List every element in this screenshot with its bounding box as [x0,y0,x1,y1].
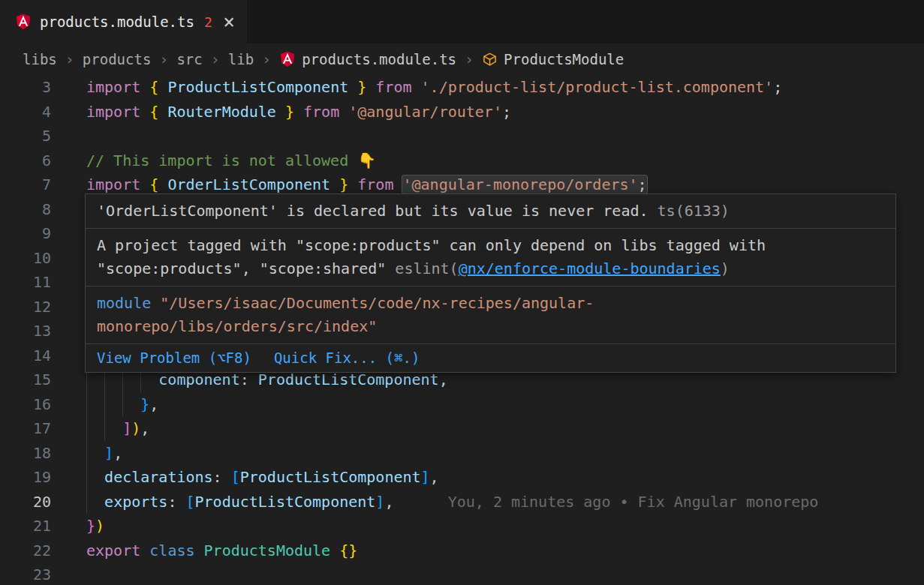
hover-actions-bar: View Problem (⌥F8) Quick Fix... (⌘.) [86,344,895,372]
code-text[interactable]: // This import is not allowed 👇 [86,148,924,173]
code-text[interactable]: ], [86,441,924,466]
breadcrumb-item-label: src [176,51,202,68]
line-number[interactable]: 13 [0,319,51,344]
line-number[interactable]: 16 [0,392,51,417]
breadcrumb: libs›products›src›lib›products.module.ts… [0,44,924,75]
code-text[interactable]: ]), [86,416,924,441]
indent-guide [86,465,87,490]
line-number[interactable]: 15 [0,368,51,392]
breadcrumb-item-src[interactable]: src [176,51,202,68]
line-number[interactable]: 20 [0,490,51,514]
module-path-line2-text: monorepo/libs/orders/src/index" [97,317,377,335]
breadcrumb-item-label: products.module.ts [302,51,456,68]
quick-fix-action[interactable]: Quick Fix... (⌘.) [274,346,420,370]
breadcrumb-separator: › [465,50,474,68]
line-number[interactable]: 18 [0,441,51,466]
breadcrumb-item-products-module-ts[interactable]: products.module.ts [279,51,456,68]
indent-guide [122,392,123,417]
code-line[interactable]: 19 declarations: [ProductListComponent], [0,465,924,490]
eslint-message-line2-text: "scope:products", "scope:shared" [97,260,395,278]
eslint-message-line2: "scope:products", "scope:shared" eslint(… [97,257,884,280]
line-number[interactable]: 17 [0,416,51,441]
hover-module-path: module "/Users/isaac/Documents/code/nx-r… [86,286,895,344]
indent-guide [104,416,105,441]
ts-error-code: ts(6133) [649,202,730,220]
eslint-source-open: eslint( [395,260,458,278]
code-line[interactable]: 5 [0,124,924,148]
line-number[interactable]: 22 [0,538,51,563]
code-text[interactable]: }) [86,514,924,538]
module-keyword: module [97,294,151,312]
line-number[interactable]: 6 [0,148,51,173]
code-text[interactable] [86,562,924,585]
line-number[interactable]: 23 [0,562,51,585]
diagnostic-hover-popup: 'OrderListComponent' is declared but its… [85,194,896,373]
indent-guide [104,392,105,417]
indent-guide [86,392,87,417]
breadcrumb-item-productsmodule[interactable]: ProductsModule [482,51,624,68]
line-number[interactable]: 19 [0,465,51,490]
line-number[interactable]: 4 [0,100,51,124]
code-text[interactable]: import { ProductListComponent } from './… [86,75,924,100]
code-text[interactable]: import { RouterModule } from '@angular/r… [86,100,924,124]
angular-icon [279,51,296,68]
vscode-window: products.module.ts 2 × libs›products›src… [0,0,924,585]
module-path-line1: module "/Users/isaac/Documents/code/nx-r… [97,292,884,315]
indent-guide [86,490,87,514]
code-editor: 3import { ProductListComponent } from '.… [0,75,924,585]
breadcrumb-separator: › [159,50,168,68]
breadcrumb-item-products[interactable]: products [83,51,152,68]
breadcrumb-separator: › [262,50,271,68]
line-number[interactable]: 3 [0,75,51,100]
line-number[interactable]: 21 [0,514,51,538]
close-tab-icon[interactable]: × [223,12,235,32]
breadcrumb-separator: › [65,50,74,68]
code-line[interactable]: 18 ], [0,441,924,466]
eslint-message-line1: A project tagged with "scope:products" c… [97,234,884,257]
ts-message-text: 'OrderListComponent' is declared but its… [97,202,649,220]
line-number[interactable]: 14 [0,344,51,368]
inline-blame: You, 2 minutes ago • Fix Angular monorep… [448,493,819,511]
code-text[interactable]: }, [86,392,924,417]
code-line[interactable]: 6// This import is not allowed 👇 [0,148,924,173]
code-line[interactable]: 21}) [0,514,924,538]
code-text[interactable] [86,124,924,148]
code-text[interactable]: declarations: [ProductListComponent], [86,465,924,490]
code-line[interactable]: 16 }, [0,392,924,417]
line-number[interactable]: 11 [0,270,51,295]
line-number[interactable]: 12 [0,295,51,320]
line-number[interactable]: 5 [0,124,51,148]
breadcrumb-item-libs[interactable]: libs [23,51,57,68]
code-text[interactable]: exports: [ProductListComponent],You, 2 m… [86,490,924,514]
breadcrumb-item-lib[interactable]: lib [228,51,254,68]
eslint-rule-link[interactable]: @nx/enforce-module-boundaries [459,260,721,278]
code-line[interactable]: 17 ]), [0,416,924,441]
code-text[interactable]: export class ProductsModule {} [86,538,924,563]
class-symbol-icon [482,52,498,68]
code-line[interactable]: 22export class ProductsModule {} [0,538,924,563]
breadcrumb-item-label: lib [228,51,254,68]
breadcrumb-item-label: libs [23,51,57,68]
line-number[interactable]: 10 [0,246,51,271]
breadcrumb-separator: › [211,50,220,68]
tab-bar: products.module.ts 2 × [0,0,924,44]
word-highlight: '@angular-monorepo/orders'; [402,176,646,194]
module-path-line1-text: "/Users/isaac/Documents/code/nx-recipes/… [151,294,594,312]
line-number[interactable]: 9 [0,221,51,246]
view-problem-action[interactable]: View Problem (⌥F8) [97,346,251,370]
breadcrumb-item-label: products [83,51,152,68]
line-number[interactable]: 8 [0,197,51,222]
code-line[interactable]: 3import { ProductListComponent } from '.… [0,75,924,100]
module-path-line2: monorepo/libs/orders/src/index" [97,315,884,338]
tab-error-count-badge: 2 [204,14,212,30]
line-number[interactable]: 7 [0,172,51,197]
tab-title: products.module.ts [40,14,194,30]
code-line[interactable]: 23 [0,562,924,585]
code-line[interactable]: 20 exports: [ProductListComponent],You, … [0,490,924,514]
code-line[interactable]: 4import { RouterModule } from '@angular/… [0,100,924,124]
indent-guide [86,441,87,466]
tab-products-module-ts[interactable]: products.module.ts 2 × [0,0,248,44]
indent-guide [86,416,87,441]
hover-ts-message: 'OrderListComponent' is declared but its… [86,194,895,228]
hover-eslint-message: A project tagged with "scope:products" c… [86,228,895,286]
